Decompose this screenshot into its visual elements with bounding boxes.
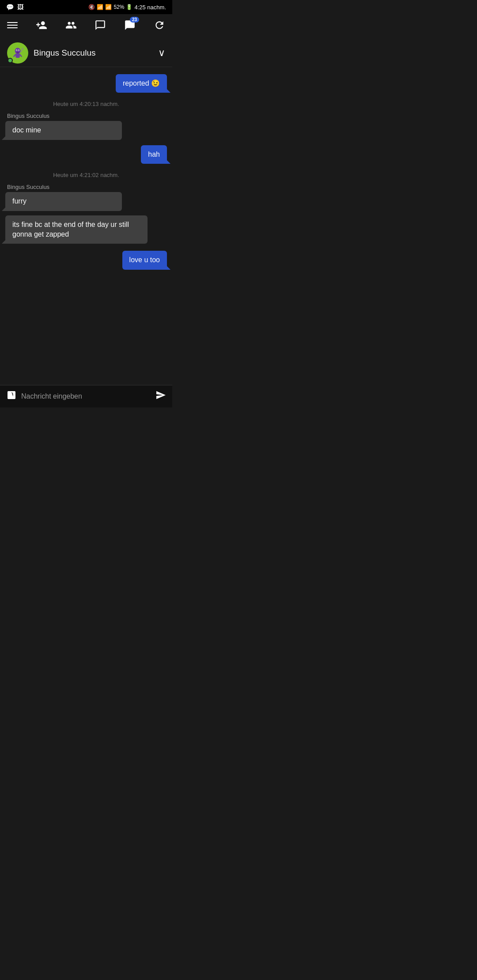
svg-rect-2 <box>7 27 18 28</box>
message-bubble: reported 😉 <box>116 74 167 93</box>
svg-point-9 <box>16 52 19 53</box>
svg-rect-0 <box>7 22 18 23</box>
svg-rect-1 <box>7 25 18 26</box>
chat-area: reported 😉 Heute um 4:20:13 nachm. Bingu… <box>0 67 172 385</box>
attach-icon[interactable] <box>6 390 17 403</box>
message-row: its fine bc at the end of the day ur sti… <box>5 215 167 244</box>
message-bubble: hah <box>141 145 167 164</box>
online-indicator <box>8 58 13 63</box>
battery-icon: 🔋 <box>126 4 132 10</box>
sender-name: Bingus Succulus <box>5 184 167 190</box>
message-text: its fine bc at the end of the day ur sti… <box>12 221 129 238</box>
message-text: love u too <box>129 256 160 264</box>
message-bubble: doc mine <box>5 121 122 139</box>
avatar-wrap <box>7 42 28 64</box>
notifications-badge: 23 <box>130 17 139 23</box>
contact-header[interactable]: Bingus Succulus ∨ <box>0 39 172 67</box>
svg-point-7 <box>16 49 17 50</box>
svg-rect-10 <box>15 53 20 57</box>
message-row: love u too <box>5 251 167 269</box>
menu-icon[interactable] <box>7 20 18 33</box>
timestamp: Heute um 4:21:02 nachm. <box>5 172 167 178</box>
message-text: doc mine <box>12 126 41 134</box>
message-row: hah <box>5 145 167 164</box>
message-text: reported 😉 <box>123 79 160 87</box>
add-friend-icon[interactable] <box>36 19 47 34</box>
contact-name: Bingus Succulus <box>34 48 158 58</box>
svg-point-8 <box>19 49 19 50</box>
timestamp: Heute um 4:20:13 nachm. <box>5 101 167 107</box>
chevron-down-icon[interactable]: ∨ <box>158 47 165 59</box>
time-display: 4:25 nachm. <box>134 4 166 11</box>
message-bubble: furry <box>5 192 122 211</box>
message-bubble: its fine bc at the end of the day ur sti… <box>5 215 148 244</box>
message-bubble: love u too <box>122 251 167 269</box>
message-row: Bingus Succulus furry <box>5 184 167 211</box>
message-input[interactable] <box>21 392 151 400</box>
mute-icon: 🔇 <box>88 4 95 10</box>
image-icon: 🖼 <box>17 4 23 11</box>
nav-bar: 23 <box>0 14 172 39</box>
input-bar <box>0 385 172 407</box>
send-icon[interactable] <box>155 390 166 403</box>
battery-percent: 52% <box>114 4 124 10</box>
message-text: hah <box>148 151 160 158</box>
message-row: Bingus Succulus doc mine <box>5 113 167 139</box>
message-text: furry <box>12 197 26 205</box>
refresh-icon[interactable] <box>154 19 165 34</box>
sender-name: Bingus Succulus <box>5 113 167 119</box>
group-icon[interactable] <box>65 19 77 34</box>
signal-icon: 📶 <box>105 4 112 10</box>
notifications-icon[interactable]: 23 <box>124 19 136 34</box>
status-right-info: 🔇 📶 📶 52% 🔋 4:25 nachm. <box>88 4 166 11</box>
messenger-icon: 💬 <box>6 4 14 11</box>
wifi-icon: 📶 <box>97 4 103 10</box>
status-bar: 💬 🖼 🔇 📶 📶 52% 🔋 4:25 nachm. <box>0 0 172 14</box>
message-row: reported 😉 <box>5 74 167 93</box>
chat-list-icon[interactable] <box>95 19 106 34</box>
status-left-icons: 💬 🖼 <box>6 4 23 11</box>
